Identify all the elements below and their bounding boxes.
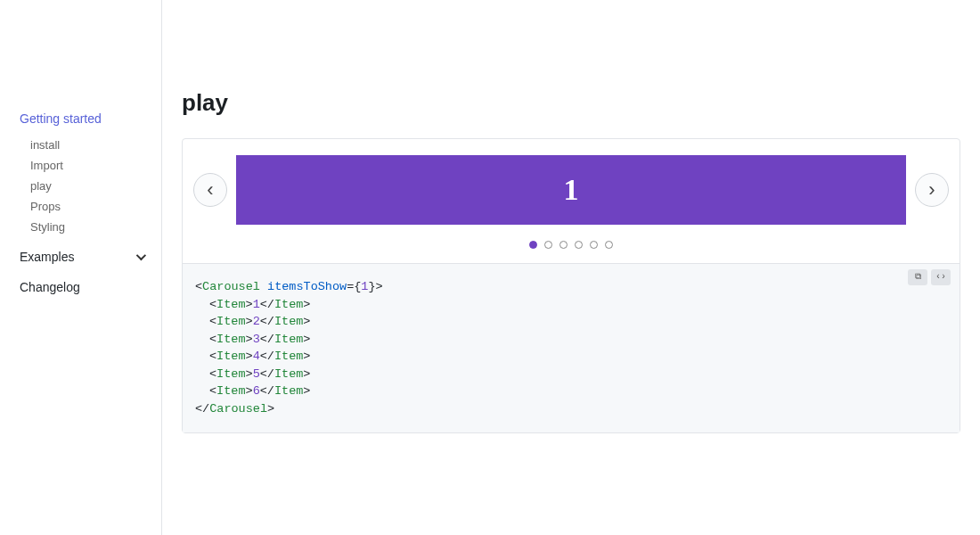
sidebar-section-getting-started[interactable]: Getting started <box>20 111 161 126</box>
sidebar-item-import[interactable]: Import <box>30 155 161 176</box>
sidebar-item-install[interactable]: install <box>30 135 161 155</box>
code-icon[interactable]: ‹› <box>931 269 951 285</box>
page-title: play <box>182 89 960 117</box>
code-block: ⧉ ‹› <Carousel itemsToShow={1}><Item>1</… <box>183 263 960 432</box>
sidebar-getting-started-list: install Import play Props Styling <box>20 135 161 237</box>
code-tools: ⧉ ‹› <box>908 269 951 285</box>
carousel-slide: 1 <box>236 155 906 225</box>
carousel-dot[interactable] <box>559 241 568 249</box>
carousel-dot[interactable] <box>544 241 552 249</box>
sidebar-item-styling[interactable]: Styling <box>30 217 161 237</box>
carousel-dot[interactable] <box>529 241 537 249</box>
sidebar-item-props[interactable]: Props <box>30 196 161 217</box>
carousel-dot[interactable] <box>605 241 613 249</box>
carousel-next-button[interactable]: › <box>915 173 949 207</box>
sidebar-section-examples[interactable]: Examples <box>20 250 161 264</box>
chevron-down-icon <box>136 251 146 260</box>
carousel: ‹ 1 › <box>183 139 960 232</box>
code-content: <Carousel itemsToShow={1}><Item>1</Item>… <box>195 278 947 418</box>
sidebar: Getting started install Import play Prop… <box>0 0 162 535</box>
main-content: play ‹ 1 › ⧉ ‹› <Carousel itemsToShow={1… <box>162 0 980 535</box>
sidebar-section-changelog[interactable]: Changelog <box>20 273 161 301</box>
sidebar-examples-label: Examples <box>20 250 74 264</box>
carousel-prev-button[interactable]: ‹ <box>193 173 227 207</box>
copy-icon[interactable]: ⧉ <box>908 269 927 285</box>
carousel-dots <box>183 232 960 263</box>
demo-box: ‹ 1 › ⧉ ‹› <Carousel itemsToShow={1}><It… <box>182 138 960 433</box>
carousel-dot[interactable] <box>590 241 598 249</box>
sidebar-item-play[interactable]: play <box>30 176 161 196</box>
carousel-dot[interactable] <box>575 241 583 249</box>
